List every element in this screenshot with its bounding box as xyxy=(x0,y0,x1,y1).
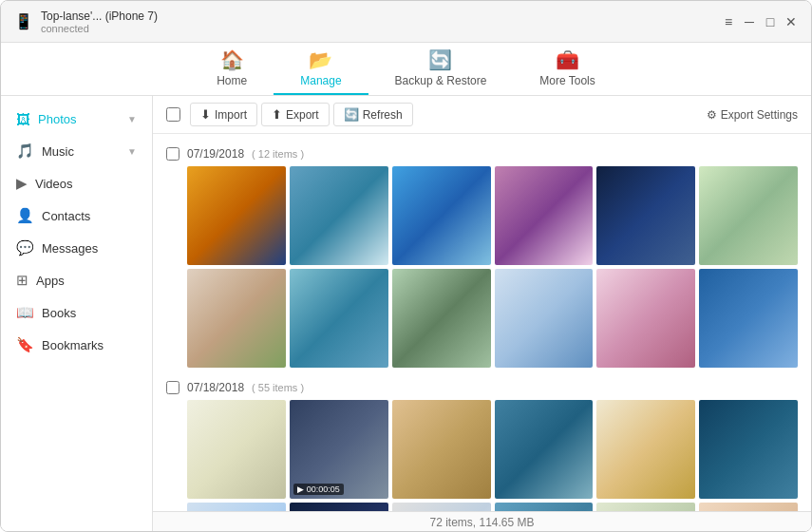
photo-grid-0718-row0: ▶ 00:00:05 xyxy=(187,400,798,499)
sidebar-music-label: Music xyxy=(42,144,74,159)
sidebar-photos-label: Photos xyxy=(38,112,76,126)
photo-cell[interactable] xyxy=(699,269,798,368)
export-settings-button[interactable]: ⚙ Export Settings xyxy=(707,108,798,122)
photo-cell[interactable] xyxy=(290,166,388,265)
video-badge: ▶ 00:00:05 xyxy=(293,484,344,495)
tab-tools-label: More Tools xyxy=(539,74,595,87)
import-icon: ⬇ xyxy=(200,107,211,122)
photo-cell[interactable]: ▶ 00:00:05 xyxy=(290,400,388,499)
device-info: 📱 Top-lanse'... (iPhone 7) connected xyxy=(14,10,158,34)
tab-tools[interactable]: 🧰 More Tools xyxy=(513,43,621,95)
date-label-0718: 07/18/2018 xyxy=(187,381,244,394)
photos-icon: 🖼 xyxy=(16,111,30,127)
photo-cell[interactable] xyxy=(495,269,594,368)
sidebar: 🖼 Photos ▼ 🎵 Music ▼ ▶ Videos 👤 Contacts… xyxy=(1,96,153,532)
export-icon: ⬆ xyxy=(272,107,282,122)
photo-cell[interactable] xyxy=(392,166,491,265)
group-checkbox-0719[interactable] xyxy=(166,147,179,161)
sidebar-item-contacts[interactable]: 👤 Contacts xyxy=(1,200,152,232)
music-icon: 🎵 xyxy=(16,142,34,160)
refresh-label: Refresh xyxy=(363,108,403,122)
photo-cell[interactable] xyxy=(392,269,491,368)
tab-manage[interactable]: 📂 Manage xyxy=(274,43,368,95)
sidebar-books-label: Books xyxy=(42,306,76,320)
toolbar: ⬇ Import ⬆ Export 🔄 Refresh ⚙ Export Set… xyxy=(153,96,811,134)
photo-grid-0719-row1 xyxy=(187,269,798,368)
main-layout: 🖼 Photos ▼ 🎵 Music ▼ ▶ Videos 👤 Contacts… xyxy=(1,96,811,532)
device-status: connected xyxy=(41,23,158,34)
photo-cell[interactable] xyxy=(187,269,286,368)
photo-cell[interactable] xyxy=(187,503,286,511)
refresh-button[interactable]: 🔄 Refresh xyxy=(333,103,413,126)
photo-cell[interactable] xyxy=(290,269,388,368)
photo-cell[interactable] xyxy=(596,400,695,499)
date-group-0719: 07/19/2018 ( 12 items ) xyxy=(166,142,798,368)
sidebar-bookmarks-label: Bookmarks xyxy=(42,338,104,352)
sidebar-item-books[interactable]: 📖 Books xyxy=(1,296,152,329)
contacts-icon: 👤 xyxy=(16,207,34,224)
minimize-button[interactable]: ─ xyxy=(743,15,756,28)
export-label: Export xyxy=(286,108,319,122)
tab-home-label: Home xyxy=(217,74,247,87)
device-icon: 📱 xyxy=(14,12,33,30)
import-label: Import xyxy=(215,108,247,122)
sidebar-messages-label: Messages xyxy=(42,241,98,256)
tab-nav: 🏠 Home 📂 Manage 🔄 Backup & Restore 🧰 Mor… xyxy=(1,43,811,96)
sidebar-item-messages[interactable]: 💬 Messages xyxy=(1,232,152,264)
photo-cell[interactable] xyxy=(392,400,491,499)
tab-backup-label: Backup & Restore xyxy=(395,74,487,87)
video-duration: 00:00:05 xyxy=(307,484,340,494)
select-all-checkbox[interactable] xyxy=(166,107,180,122)
photo-cell[interactable] xyxy=(596,166,695,265)
photo-grid-0719-row0 xyxy=(187,166,798,265)
photo-cell[interactable] xyxy=(187,166,286,265)
status-text: 72 items, 114.65 MB xyxy=(429,516,534,529)
photo-grid-0718-row1 xyxy=(187,503,798,511)
photo-cell[interactable] xyxy=(392,503,491,511)
photo-cell[interactable] xyxy=(596,503,695,511)
photo-cell[interactable] xyxy=(495,503,594,511)
bookmarks-icon: 🔖 xyxy=(16,336,34,353)
group-checkbox-0718[interactable] xyxy=(166,381,179,394)
photo-cell[interactable] xyxy=(187,400,286,499)
sidebar-item-videos[interactable]: ▶ Videos xyxy=(1,167,152,200)
sidebar-item-photos[interactable]: 🖼 Photos ▼ xyxy=(1,104,152,135)
sidebar-contacts-label: Contacts xyxy=(42,209,90,223)
sidebar-videos-label: Videos xyxy=(35,177,73,191)
books-icon: 📖 xyxy=(16,304,34,321)
video-icon: ▶ xyxy=(297,484,304,494)
refresh-icon: 🔄 xyxy=(344,107,359,122)
window-controls: ≡ ─ □ ✕ xyxy=(722,15,798,28)
photo-cell[interactable] xyxy=(495,400,594,499)
device-name: Top-lanse'... (iPhone 7) xyxy=(41,10,158,23)
status-bar: 72 items, 114.65 MB xyxy=(153,511,811,532)
photo-area: 07/19/2018 ( 12 items ) xyxy=(153,134,811,511)
photo-cell[interactable] xyxy=(699,503,798,511)
photo-cell[interactable] xyxy=(596,269,695,368)
content-area: ⬇ Import ⬆ Export 🔄 Refresh ⚙ Export Set… xyxy=(153,96,811,532)
home-icon: 🏠 xyxy=(220,48,244,71)
tools-icon: 🧰 xyxy=(556,48,579,71)
photo-cell[interactable] xyxy=(699,400,798,499)
toolbar-right: ⚙ Export Settings xyxy=(707,108,798,122)
photo-cell[interactable] xyxy=(290,503,388,511)
export-button[interactable]: ⬆ Export xyxy=(261,103,330,126)
apps-icon: ⊞ xyxy=(16,272,28,289)
messages-icon: 💬 xyxy=(16,239,34,256)
sidebar-item-music[interactable]: 🎵 Music ▼ xyxy=(1,135,152,167)
export-settings-label: Export Settings xyxy=(721,108,798,122)
sidebar-item-bookmarks[interactable]: 🔖 Bookmarks xyxy=(1,329,152,361)
music-arrow: ▼ xyxy=(127,146,137,157)
close-button[interactable]: ✕ xyxy=(784,15,798,28)
photo-cell[interactable] xyxy=(495,166,594,265)
maximize-button[interactable]: □ xyxy=(764,15,777,28)
titlebar: 📱 Top-lanse'... (iPhone 7) connected ≡ ─… xyxy=(1,1,811,43)
tab-backup[interactable]: 🔄 Backup & Restore xyxy=(368,43,514,95)
tab-home[interactable]: 🏠 Home xyxy=(190,43,274,95)
import-button[interactable]: ⬇ Import xyxy=(190,103,257,126)
menu-button[interactable]: ≡ xyxy=(722,15,735,28)
date-count-0719: ( 12 items ) xyxy=(252,148,304,160)
sidebar-item-apps[interactable]: ⊞ Apps xyxy=(1,264,152,296)
videos-icon: ▶ xyxy=(16,175,28,192)
photo-cell[interactable] xyxy=(699,166,798,265)
